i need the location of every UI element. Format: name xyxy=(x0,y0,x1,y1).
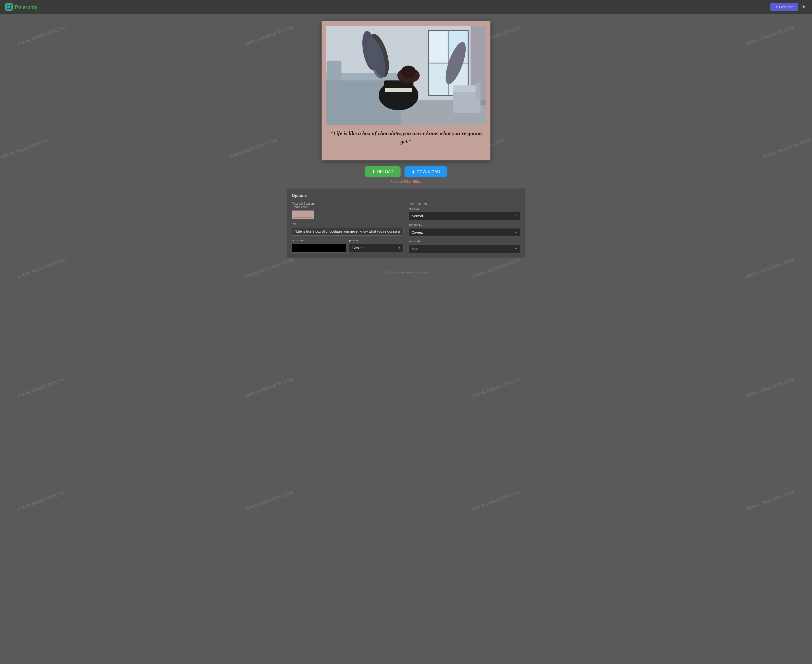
generate-button[interactable]: ✦ Generate xyxy=(770,3,798,11)
caption-group: Polaroid Caption xyxy=(292,202,404,205)
polaroid-caption: "Life is like a box of chocolates,you ne… xyxy=(326,125,486,145)
header-actions: ✦ Generate ☀ xyxy=(770,3,807,11)
font-section-label: Polaroid Text Font xyxy=(408,202,520,206)
watermark: WWW.ABSKOOP.COM xyxy=(244,490,294,512)
svg-rect-2 xyxy=(7,5,10,8)
download-button[interactable]: ⬇ DOWNLOAD xyxy=(405,166,447,177)
font-family-select[interactable]: Caveat Arial Georgia Times New Roman Cou… xyxy=(408,228,520,237)
position-group: position Left Center Right xyxy=(349,239,404,252)
position-select-wrapper: Left Center Right xyxy=(349,244,404,252)
svg-rect-21 xyxy=(385,88,412,93)
watermark: WWW.ABSKOOP.COM xyxy=(244,376,294,399)
text-input[interactable] xyxy=(292,227,404,236)
footer: @Copyright polaroidy.iwhy.dev xyxy=(0,263,812,279)
generate-icon: ✦ xyxy=(775,5,778,9)
logo-text: Polaroidy xyxy=(15,4,37,10)
text-label: text xyxy=(292,222,404,226)
upload-icon: ⬆ xyxy=(372,169,375,174)
font-style-label: font style xyxy=(408,239,520,243)
watermark: WWW.ABSKOOP.COM xyxy=(745,376,795,399)
frame-color-group: Frame color xyxy=(292,205,404,219)
font-size-select-wrapper: Small Normal Large Extra Large xyxy=(408,212,520,220)
generate-label: Generate xyxy=(779,5,794,9)
options-panel: Options Polaroid Caption Frame color tex… xyxy=(287,189,525,258)
font-size-select[interactable]: Small Normal Large Extra Large xyxy=(408,212,520,220)
watermark: WWW.ABSKOOP.COM xyxy=(472,376,521,399)
download-label: DOWNLOAD xyxy=(417,169,440,174)
options-title: Options xyxy=(292,194,520,198)
svg-point-24 xyxy=(401,65,416,78)
watermark: WWW.ABSKOOP.COM xyxy=(745,490,795,512)
font-style-select-wrapper: normal bold italic bold italic xyxy=(408,244,520,253)
font-size-group: font size Small Normal Large Extra Large xyxy=(408,207,520,220)
font-section-group: Polaroid Text Font xyxy=(408,202,520,206)
frame-color-input[interactable] xyxy=(292,210,314,219)
svg-rect-11 xyxy=(430,32,447,62)
caption-label: Polaroid Caption xyxy=(292,202,404,205)
options-left-column: Polaroid Caption Frame color text text c… xyxy=(292,202,404,253)
polaroid-image xyxy=(326,26,486,125)
scene-svg xyxy=(326,26,486,125)
theme-toggle-button[interactable]: ☀ xyxy=(801,3,807,11)
svg-rect-16 xyxy=(475,83,480,100)
font-family-label: font family xyxy=(408,223,520,227)
watermark: WWW.ABSKOOP.COM xyxy=(17,376,67,399)
copyright-text: @Copyright polaroidy.iwhy.dev xyxy=(384,270,428,274)
font-family-group: font family Caveat Arial Georgia Times N… xyxy=(408,223,520,237)
logo-container: Polaroidy xyxy=(5,3,37,11)
action-buttons: ⬆ UPLOAD ⬇ DOWNLOAD xyxy=(365,166,447,177)
filter-effect-link[interactable]: Polaroid Filter Effect xyxy=(391,179,421,184)
frame-color-label: Frame color xyxy=(292,205,404,209)
options-grid: Polaroid Caption Frame color text text c… xyxy=(292,202,520,253)
text-color-label: text color xyxy=(292,239,346,242)
font-size-label: font size xyxy=(408,207,520,210)
logo-icon xyxy=(5,3,13,11)
font-style-select[interactable]: normal bold italic bold italic xyxy=(408,244,520,253)
watermark: WWW.ABSKOOP.COM xyxy=(17,490,67,512)
text-group: text xyxy=(292,222,404,236)
upload-button[interactable]: ⬆ UPLOAD xyxy=(365,166,400,177)
position-label: position xyxy=(349,239,404,242)
svg-rect-7 xyxy=(327,60,342,80)
polaroid-frame: "Life is like a box of chocolates,you ne… xyxy=(322,21,490,160)
text-color-group: text color xyxy=(292,239,346,252)
font-family-select-wrapper: Caveat Arial Georgia Times New Roman Cou… xyxy=(408,228,520,237)
position-select[interactable]: Left Center Right xyxy=(349,244,404,252)
watermark: WWW.ABSKOOP.COM xyxy=(472,490,521,512)
main-content: "Life is like a box of chocolates,you ne… xyxy=(0,14,812,263)
svg-rect-20 xyxy=(384,80,413,105)
text-color-swatch[interactable] xyxy=(292,244,346,252)
text-options-row: text color position Left Center Right xyxy=(292,239,404,252)
upload-label: UPLOAD xyxy=(377,169,394,174)
header: Polaroidy ✦ Generate ☀ xyxy=(0,0,812,14)
download-icon: ⬇ xyxy=(412,169,415,174)
font-style-group: font style normal bold italic bold itali… xyxy=(408,239,520,253)
options-right-column: Polaroid Text Font font size Small Norma… xyxy=(408,202,520,253)
